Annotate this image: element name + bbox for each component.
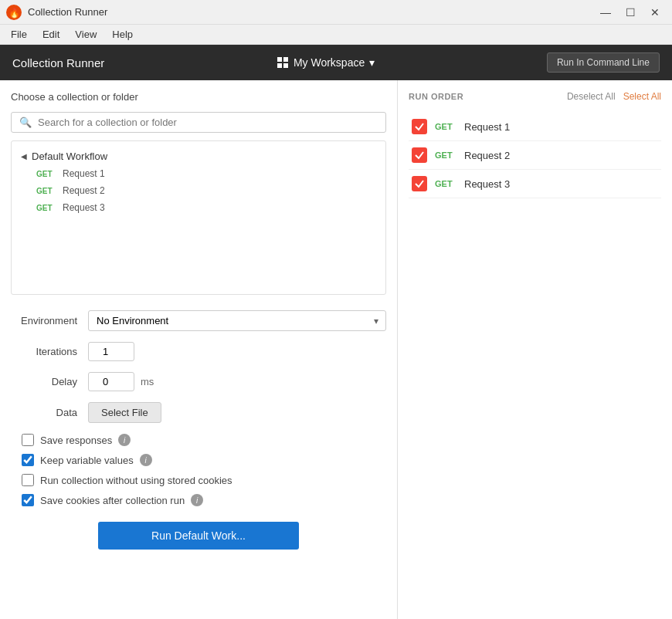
search-box: 🔍	[11, 112, 386, 133]
run-checkbox-1[interactable]	[412, 119, 427, 134]
environment-label: Environment	[11, 315, 88, 326]
collection-folder[interactable]: ◀ Default Workflow	[18, 147, 379, 165]
request-item-1: GET Request 1	[18, 165, 379, 182]
app-icon: 🔥	[6, 5, 22, 20]
run-method-1: GET	[435, 122, 456, 131]
menu-bar: File Edit View Help	[0, 25, 672, 45]
search-icon: 🔍	[19, 117, 32, 128]
request-item-2: GET Request 2	[18, 182, 379, 199]
save-responses-info-icon[interactable]: i	[118, 434, 131, 446]
select-file-button[interactable]: Select File	[88, 402, 161, 423]
right-panel: RUN ORDER Deselect All Select All GET Re…	[398, 80, 672, 619]
form-section: Environment No Environment Iterations De…	[11, 310, 386, 434]
select-actions: Deselect All Select All	[567, 91, 661, 102]
run-method-3: GET	[435, 179, 456, 188]
workspace-selector[interactable]: My Workspace ▾	[277, 56, 375, 69]
keep-variable-label: Keep variable values	[40, 455, 134, 466]
delay-controls: ms	[88, 372, 154, 391]
svg-rect-5	[283, 63, 288, 68]
window-controls: — ☐ ✕	[595, 4, 666, 21]
data-label: Data	[11, 407, 88, 418]
menu-file[interactable]: File	[3, 27, 35, 42]
save-cookies-info-icon[interactable]: i	[191, 494, 203, 506]
ms-label: ms	[141, 376, 154, 387]
environment-wrapper: No Environment	[88, 310, 386, 331]
run-name-1: Request 1	[464, 121, 510, 133]
svg-text:🔥: 🔥	[8, 7, 20, 19]
request-name-2: Request 2	[63, 185, 105, 196]
run-item-1: GET Request 1	[409, 113, 661, 141]
save-responses-label: Save responses	[40, 435, 112, 446]
run-checkbox-3[interactable]	[412, 176, 427, 191]
request-name-3: Request 3	[63, 202, 105, 213]
menu-view[interactable]: View	[67, 27, 104, 42]
title-bar: 🔥 Collection Runner — ☐ ✕	[0, 0, 672, 25]
run-name-3: Request 3	[464, 178, 510, 190]
left-panel: Choose a collection or folder 🔍 ◀ Defaul…	[0, 80, 398, 619]
delay-input[interactable]	[88, 372, 134, 391]
close-button[interactable]: ✕	[644, 4, 666, 21]
workspace-chevron: ▾	[369, 56, 375, 69]
collection-name: Default Workflow	[32, 151, 107, 162]
no-cookies-label: Run collection without using stored cook…	[40, 475, 232, 486]
select-all-link[interactable]: Select All	[623, 91, 661, 102]
run-order-header: RUN ORDER Deselect All Select All	[409, 91, 661, 102]
run-checkbox-2[interactable]	[412, 147, 427, 163]
delay-row: Delay ms	[11, 372, 386, 391]
save-cookies-checkbox[interactable]	[22, 494, 34, 506]
svg-rect-2	[277, 57, 282, 62]
no-cookies-checkbox[interactable]	[22, 474, 34, 486]
request-item-3: GET Request 3	[18, 199, 379, 216]
method-badge-1: GET	[36, 170, 58, 178]
choose-label: Choose a collection or folder	[11, 91, 386, 103]
run-name-2: Request 2	[464, 150, 510, 161]
checkmark-icon-3	[414, 178, 425, 189]
top-bar: Collection Runner My Workspace ▾ Run In …	[0, 45, 672, 80]
run-button[interactable]: Run Default Work...	[98, 522, 299, 550]
run-order-list: GET Request 1 GET Request 2 GET	[409, 113, 661, 198]
cmd-line-button[interactable]: Run In Command Line	[547, 52, 660, 73]
run-item-2: GET Request 2	[409, 141, 661, 170]
data-row: Data Select File	[11, 402, 386, 423]
run-method-2: GET	[435, 151, 456, 160]
maximize-button[interactable]: ☐	[619, 4, 641, 21]
iterations-input[interactable]	[88, 342, 134, 361]
request-name-1: Request 1	[63, 168, 105, 179]
deselect-all-link[interactable]: Deselect All	[567, 91, 616, 102]
svg-rect-3	[283, 57, 288, 62]
run-order-label: RUN ORDER	[409, 92, 463, 101]
save-cookies-label: Save cookies after collection run	[40, 495, 185, 506]
run-item-3: GET Request 3	[409, 170, 661, 198]
checkbox-row-keep-variable: Keep variable values i	[11, 454, 386, 466]
iterations-label: Iterations	[11, 346, 88, 357]
menu-edit[interactable]: Edit	[35, 27, 67, 42]
checkmark-icon-1	[414, 121, 425, 132]
delay-label: Delay	[11, 376, 88, 387]
menu-help[interactable]: Help	[104, 27, 141, 42]
keep-variable-checkbox[interactable]	[22, 454, 34, 466]
minimize-button[interactable]: —	[595, 4, 616, 21]
method-badge-3: GET	[36, 204, 58, 212]
checkbox-row-no-cookies: Run collection without using stored cook…	[11, 474, 386, 486]
topbar-title: Collection Runner	[12, 56, 104, 69]
search-input[interactable]	[38, 117, 378, 128]
environment-select[interactable]: No Environment	[88, 310, 386, 331]
workspace-label: My Workspace	[294, 56, 365, 69]
save-responses-checkbox[interactable]	[22, 434, 34, 446]
keep-variable-info-icon[interactable]: i	[140, 454, 152, 466]
folder-chevron: ◀	[21, 152, 27, 161]
checkbox-row-save-cookies: Save cookies after collection run i	[11, 494, 386, 506]
app-title: Collection Runner	[28, 6, 107, 18]
checkmark-icon-2	[414, 150, 425, 161]
iterations-row: Iterations	[11, 342, 386, 361]
method-badge-2: GET	[36, 187, 58, 195]
svg-rect-4	[277, 63, 282, 68]
checkboxes-section: Save responses i Keep variable values i …	[11, 434, 386, 514]
environment-row: Environment No Environment	[11, 310, 386, 331]
main-content: Choose a collection or folder 🔍 ◀ Defaul…	[0, 80, 672, 619]
grid-icon	[277, 56, 289, 69]
collection-list: ◀ Default Workflow GET Request 1 GET Req…	[11, 140, 386, 295]
checkbox-row-save-responses: Save responses i	[11, 434, 386, 446]
